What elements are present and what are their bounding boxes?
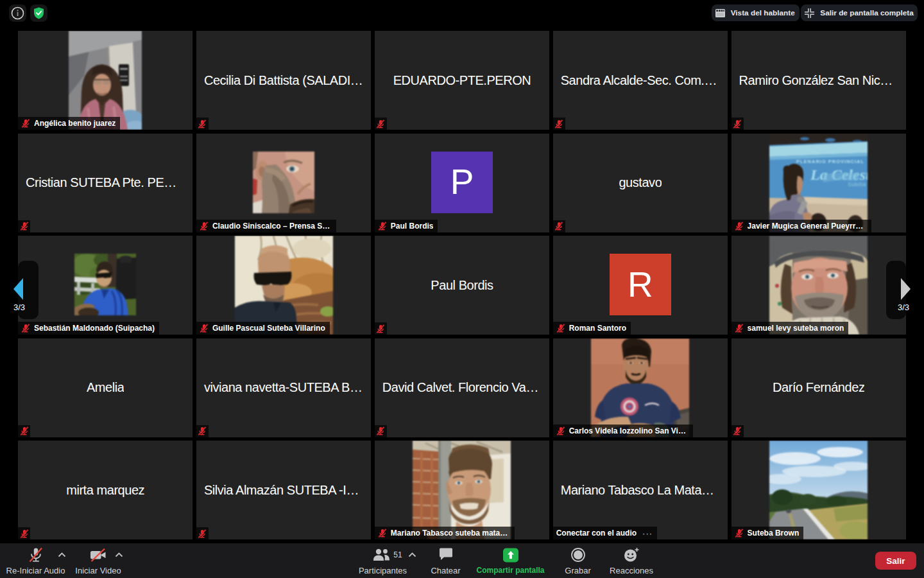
svg-text:PLENARIO PROVINCIAL: PLENARIO PROVINCIAL [796,159,864,164]
svg-text:Suteba: Suteba [848,181,866,188]
